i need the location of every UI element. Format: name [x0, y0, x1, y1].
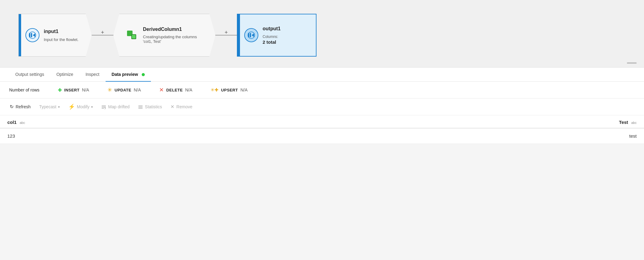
output-node[interactable]: output1 Columns: 2 total: [237, 14, 316, 57]
add-step-1-button[interactable]: +: [101, 29, 104, 36]
svg-rect-16: [138, 108, 143, 109]
tab-output-settings[interactable]: Output settings: [9, 68, 50, 82]
svg-marker-9: [252, 33, 254, 37]
derived-column-node[interactable]: DerivedColumn1 Creating/updating the col…: [113, 14, 215, 57]
tab-inspect[interactable]: Inspect: [79, 68, 105, 82]
statistics-label: Statistics: [145, 104, 162, 109]
delete-stat: ✕ DELETE N/A: [159, 87, 192, 93]
add-step-2-button[interactable]: +: [225, 29, 228, 36]
insert-stat: ✚ INSERT N/A: [58, 87, 89, 93]
modify-button[interactable]: ⚡ Modify ▾: [65, 102, 96, 112]
derived-node-desc: Creating/updating the columns 'col1, Tes…: [143, 35, 204, 44]
typecast-button[interactable]: Typecast ▾: [36, 102, 63, 111]
upsert-stat: ✳✚ UPSERT N/A: [211, 87, 247, 93]
derived-node-title: DerivedColumn1: [143, 27, 204, 32]
data-table-area: col1 abc Test abc 123 test: [0, 115, 644, 144]
statistics-icon: [138, 104, 143, 110]
connector-1: +: [92, 35, 113, 35]
remove-button[interactable]: ✕ Remove: [167, 102, 196, 111]
delete-value: N/A: [185, 87, 192, 92]
map-drifted-button[interactable]: Map drifted: [98, 102, 133, 111]
table-row: 123 test: [0, 128, 644, 144]
svg-rect-14: [138, 106, 143, 106]
tab-data-preview[interactable]: Data preview: [106, 68, 151, 82]
update-icon: ✳: [107, 87, 112, 93]
svg-rect-6: [132, 35, 136, 39]
insert-label: INSERT: [64, 88, 80, 92]
svg-rect-8: [250, 33, 251, 37]
output-node-title: output1: [263, 26, 281, 32]
output-node-columns-label: Columns:: [263, 35, 281, 39]
tabs-row: Output settings Optimize Inspect Data pr…: [0, 68, 644, 82]
typecast-label: Typecast: [39, 104, 56, 109]
modify-chevron-icon: ▾: [91, 105, 93, 109]
toolbar-row: ↻ Refresh Typecast ▾ ⚡ Modify ▾ Map drif…: [0, 98, 644, 115]
svg-rect-13: [102, 108, 104, 109]
insert-value: N/A: [82, 87, 89, 92]
svg-rect-1: [31, 33, 32, 37]
minimize-button[interactable]: [627, 62, 637, 64]
test-cell: test: [476, 128, 644, 144]
refresh-icon: ↻: [10, 104, 14, 110]
refresh-label: Refresh: [16, 104, 31, 109]
refresh-button[interactable]: ↻ Refresh: [6, 102, 34, 111]
output-node-columns-value: 2 total: [263, 39, 281, 45]
stats-row: Number of rows ✚ INSERT N/A ✳ UPDATE N/A…: [0, 82, 644, 98]
modify-label: Modify: [77, 104, 89, 109]
output-icon: [247, 31, 255, 39]
col1-cell: 123: [0, 128, 476, 144]
svg-marker-2: [33, 33, 35, 37]
remove-label: Remove: [176, 104, 192, 109]
input-icon: [28, 31, 36, 39]
typecast-chevron-icon: ▾: [58, 105, 60, 109]
svg-rect-12: [102, 107, 106, 107]
update-label: UPDATE: [114, 88, 131, 92]
svg-rect-15: [138, 107, 143, 107]
upsert-label: UPSERT: [221, 88, 238, 92]
update-value: N/A: [134, 87, 141, 92]
data-preview-dot: [142, 73, 145, 76]
update-stat: ✳ UPDATE N/A: [107, 87, 141, 93]
derived-column-icon: [126, 29, 137, 41]
statistics-button[interactable]: Statistics: [134, 102, 166, 111]
modify-icon: ⚡: [68, 103, 75, 110]
input-node[interactable]: input1 Input for the flowlet.: [18, 14, 92, 57]
upsert-value: N/A: [240, 87, 247, 92]
map-drifted-icon: [101, 104, 106, 110]
input-node-title: input1: [44, 29, 78, 34]
remove-icon: ✕: [170, 104, 174, 110]
connector-2: +: [215, 35, 237, 35]
svg-rect-11: [102, 106, 106, 106]
delete-icon: ✕: [159, 87, 164, 93]
table-header-row: col1 abc Test abc: [0, 115, 644, 128]
tab-optimize[interactable]: Optimize: [50, 68, 79, 82]
pipeline-canvas: input1 Input for the flowlet. + Derive: [0, 0, 644, 67]
insert-icon: ✚: [58, 87, 62, 93]
col1-header: col1 abc: [0, 115, 476, 128]
delete-label: DELETE: [166, 88, 183, 92]
test-header: Test abc: [476, 115, 644, 128]
row-count-label: Number of rows: [9, 87, 39, 92]
data-table: col1 abc Test abc 123 test: [0, 115, 644, 144]
bottom-panel: Output settings Optimize Inspect Data pr…: [0, 67, 644, 144]
upsert-icon: ✳✚: [211, 87, 219, 93]
map-drifted-label: Map drifted: [108, 104, 129, 109]
input-node-desc: Input for the flowlet.: [44, 37, 78, 42]
